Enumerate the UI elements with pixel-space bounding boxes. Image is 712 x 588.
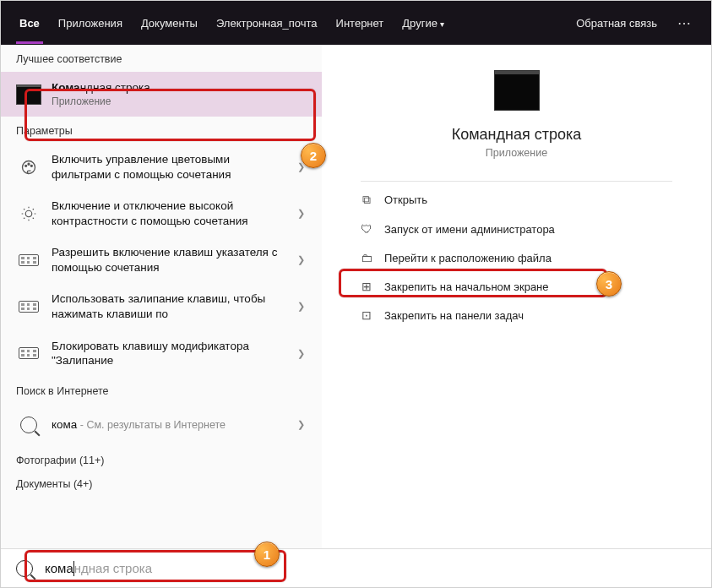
chevron-right-icon: ❯ bbox=[297, 208, 308, 219]
palette-icon bbox=[16, 155, 41, 180]
settings-item-2[interactable]: Разрешить включение клавиш указателя с п… bbox=[1, 237, 322, 283]
best-match-sub: Приложение bbox=[52, 95, 308, 109]
badge-2: 2 bbox=[301, 143, 326, 168]
chevron-right-icon: ❯ bbox=[297, 348, 308, 359]
open-icon: ⧉ bbox=[359, 193, 374, 207]
nav-bar: Все Приложения Документы Электронная_поч… bbox=[1, 1, 711, 45]
results-pane: Лучшее соответствие Командная строка При… bbox=[1, 45, 322, 548]
section-websearch: Поиск в Интернете bbox=[1, 377, 322, 404]
nav-tab-web[interactable]: Интернет bbox=[333, 12, 388, 35]
svg-point-2 bbox=[28, 163, 30, 165]
pin-taskbar-icon: ⊡ bbox=[359, 308, 374, 322]
settings-item-0[interactable]: Включить управление цветовыми фильтрами … bbox=[1, 144, 322, 190]
action-open[interactable]: ⧉ Открыть bbox=[347, 185, 686, 215]
nav-tab-all[interactable]: Все bbox=[16, 12, 43, 35]
cmd-preview-icon bbox=[494, 70, 540, 111]
divider bbox=[361, 181, 672, 182]
nav-tab-apps[interactable]: Приложения bbox=[55, 12, 126, 35]
shield-icon: 🛡 bbox=[359, 222, 374, 236]
action-run-admin[interactable]: 🛡 Запуск от имени администратора bbox=[347, 215, 686, 243]
nav-tab-email[interactable]: Электронная_почта bbox=[213, 12, 321, 35]
badge-1: 1 bbox=[254, 542, 280, 567]
search-bar[interactable]: командная строка bbox=[1, 548, 711, 587]
pin-start-icon: ⊞ bbox=[359, 280, 374, 293]
section-documents[interactable]: Документы (4+) bbox=[1, 470, 322, 493]
best-match-item[interactable]: Командная строка Приложение bbox=[1, 72, 322, 117]
badge-3: 3 bbox=[596, 271, 622, 297]
preview-title: Командная строка bbox=[452, 126, 582, 144]
keyboard-icon bbox=[16, 294, 41, 319]
search-input[interactable]: командная строка bbox=[45, 557, 281, 580]
cmd-icon bbox=[16, 84, 41, 105]
section-settings: Параметры bbox=[1, 117, 322, 144]
chevron-right-icon: ❯ bbox=[297, 301, 308, 312]
svg-point-3 bbox=[30, 165, 32, 166]
action-pin-start[interactable]: ⊞ Закрепить на начальном экране bbox=[347, 272, 686, 301]
settings-item-3[interactable]: Использовать залипание клавиш, чтобы наж… bbox=[1, 283, 322, 329]
keyboard-icon bbox=[16, 248, 41, 273]
svg-point-4 bbox=[25, 210, 32, 217]
settings-item-4[interactable]: Блокировать клавишу модификатора "Залипа… bbox=[1, 330, 322, 377]
contrast-icon bbox=[16, 201, 41, 226]
keyboard-icon bbox=[16, 340, 41, 366]
search-icon bbox=[16, 412, 41, 438]
action-pin-taskbar[interactable]: ⊡ Закрепить на панели задач bbox=[347, 301, 686, 329]
nav-tab-docs[interactable]: Документы bbox=[138, 12, 201, 35]
nav-feedback[interactable]: Обратная связь bbox=[573, 12, 660, 35]
search-window: Все Приложения Документы Электронная_поч… bbox=[0, 0, 712, 588]
web-search-item[interactable]: кома - См. результаты в Интернете ❯ bbox=[1, 404, 322, 446]
settings-item-1[interactable]: Включение и отключение высокой контрастн… bbox=[1, 190, 322, 237]
section-best-match: Лучшее соответствие bbox=[1, 45, 322, 72]
preview-sub: Приложение bbox=[486, 147, 547, 159]
chevron-right-icon: ❯ bbox=[297, 254, 308, 265]
section-photos[interactable]: Фотографии (11+) bbox=[1, 446, 322, 470]
folder-icon: 🗀 bbox=[359, 251, 374, 264]
nav-tab-more[interactable]: Другие bbox=[399, 12, 447, 35]
action-open-location[interactable]: 🗀 Перейти к расположению файла bbox=[347, 243, 686, 272]
chevron-right-icon: ❯ bbox=[297, 419, 308, 430]
nav-more-icon[interactable]: ⋯ bbox=[672, 15, 696, 31]
svg-point-1 bbox=[25, 165, 27, 166]
search-icon bbox=[16, 560, 33, 577]
best-match-title: Командная строка bbox=[52, 80, 308, 95]
preview-pane: Командная строка Приложение ⧉ Открыть 🛡 … bbox=[322, 45, 711, 548]
